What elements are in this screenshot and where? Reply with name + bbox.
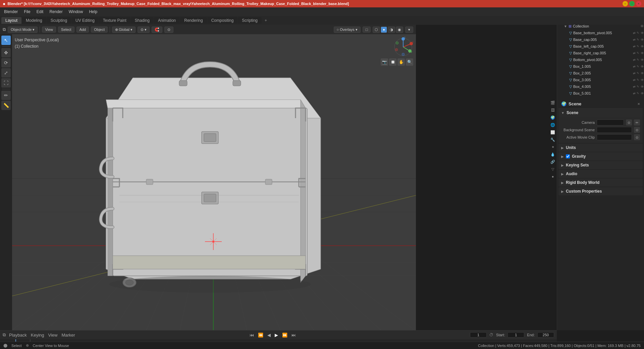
tool-select[interactable]: ↖: [1, 36, 11, 45]
bg-scene-value[interactable]: [597, 127, 632, 133]
modifier-props-icon[interactable]: 🔧: [549, 136, 556, 143]
tab-layout[interactable]: Layout: [1, 17, 21, 24]
scene-props-icon[interactable]: 🌍: [549, 114, 556, 121]
vis-4[interactable]: ⇄ ✎: [633, 58, 639, 61]
outliner-item-4[interactable]: ▽ Bottom_pivot.005 ⇄ ✎ 👁: [557, 56, 644, 63]
menu-blender[interactable]: Blender: [1, 9, 20, 15]
solid-shading[interactable]: ●: [381, 27, 387, 33]
vis-9[interactable]: ⇄ ✎: [633, 92, 639, 95]
select-menu[interactable]: Select: [58, 27, 74, 33]
tool-scale[interactable]: ⤢: [1, 68, 11, 78]
gravity-section-header[interactable]: ▶ Gravity: [558, 152, 643, 160]
add-workspace-button[interactable]: +: [262, 17, 270, 24]
transform-selector[interactable]: ⊕ Global ▾: [112, 27, 136, 33]
tab-shading[interactable]: Shading: [131, 17, 154, 24]
tab-animation[interactable]: Animation: [154, 17, 180, 24]
start-frame-input[interactable]: [507, 332, 524, 338]
vis-5[interactable]: ⇄ ✎: [633, 65, 639, 68]
move-view-icon[interactable]: ✋: [397, 58, 405, 66]
close-props-icon[interactable]: ×: [637, 101, 640, 106]
audio-section-header[interactable]: ▶ Audio: [558, 170, 643, 178]
tab-uv-editing[interactable]: UV Editing: [71, 17, 99, 24]
material-shading[interactable]: ◑: [388, 27, 395, 33]
eye-7[interactable]: 👁: [641, 78, 644, 82]
tab-rendering[interactable]: Rendering: [180, 17, 207, 24]
eye-3[interactable]: 👁: [641, 51, 644, 55]
units-section-header[interactable]: ▶ Units: [558, 144, 643, 152]
keying-sets-header[interactable]: ▶ Keying Sets: [558, 161, 643, 169]
view-menu[interactable]: View: [42, 27, 56, 33]
wireframe-shading[interactable]: ⬡: [373, 27, 380, 33]
output-props-icon[interactable]: 🖼: [549, 107, 556, 113]
camera-picker[interactable]: ⊙: [626, 119, 632, 126]
jump-end-button[interactable]: ⏭: [291, 332, 297, 338]
eye-1[interactable]: 👁: [641, 38, 644, 42]
prev-keyframe-button[interactable]: ⏪: [257, 332, 264, 338]
marker-menu[interactable]: Marker: [61, 332, 75, 338]
physics-props-icon[interactable]: 💧: [549, 151, 556, 158]
play-button[interactable]: ▶: [274, 332, 279, 338]
navigation-gizmo[interactable]: X Y Z: [393, 37, 413, 57]
eye-2[interactable]: 👁: [641, 45, 644, 48]
movie-clip-value[interactable]: [597, 134, 632, 140]
outliner-item-6[interactable]: ▽ Box_2.005 ⇄ ✎ 👁: [557, 70, 644, 77]
tab-modeling[interactable]: Modeling: [22, 17, 46, 24]
mode-selector[interactable]: Object Mode ▾: [8, 27, 38, 33]
tab-texture-paint[interactable]: Texture Paint: [99, 17, 130, 24]
outliner-item-5[interactable]: ▽ Box_1.005 ⇄ ✎ 👁: [557, 63, 644, 70]
vis-1[interactable]: ⇄ ✎: [633, 38, 639, 41]
menu-edit[interactable]: Edit: [34, 9, 46, 15]
xray-button[interactable]: □: [363, 27, 371, 33]
menu-file[interactable]: File: [21, 9, 33, 15]
vis-6[interactable]: ⇄ ✎: [633, 71, 639, 75]
tool-rotate[interactable]: ⟳: [1, 58, 11, 67]
outliner-item-9[interactable]: ▽ Box_5.001 ⇄ ✎ 👁: [557, 90, 644, 97]
material-props-icon[interactable]: ●: [549, 173, 556, 180]
jump-start-button[interactable]: ⏮: [249, 332, 255, 338]
vis-0[interactable]: ⇄ ✎: [633, 31, 639, 35]
particles-props-icon[interactable]: ✦: [549, 144, 556, 150]
object-props-icon[interactable]: ⬜: [549, 129, 556, 136]
render-region-icon[interactable]: 🔲: [389, 58, 396, 66]
end-frame-input[interactable]: [537, 332, 554, 338]
add-menu[interactable]: Add: [76, 27, 89, 33]
keying-menu[interactable]: Keying: [30, 332, 45, 338]
camera-value[interactable]: [597, 119, 624, 126]
proportional-edit[interactable]: ⊙: [164, 27, 173, 33]
play-reverse-button[interactable]: ◀: [267, 332, 271, 338]
outliner-item-7[interactable]: ▽ Box_3.005 ⇄ ✎ 👁: [557, 77, 644, 83]
menu-render[interactable]: Render: [47, 9, 65, 15]
constraints-props-icon[interactable]: 🔗: [549, 158, 556, 165]
eye-8[interactable]: 👁: [641, 85, 644, 89]
close-button[interactable]: ×: [636, 1, 641, 6]
vis-3[interactable]: ⇄ ✎: [633, 51, 639, 55]
camera-view-icon[interactable]: 📷: [381, 58, 388, 66]
zoom-icon[interactable]: 🔍: [406, 58, 413, 66]
outliner-item-2[interactable]: ▽ Base_left_cap.005 ⇄ ✎ 👁: [557, 43, 644, 50]
overlay-button[interactable]: ○ Overlays ▾: [334, 27, 361, 33]
rigid-body-header[interactable]: ▶ Rigid Body World: [558, 179, 643, 187]
playback-menu[interactable]: Playback: [8, 332, 28, 338]
vis-8[interactable]: ⇄ ✎: [633, 85, 639, 88]
maximize-button[interactable]: □: [629, 1, 635, 6]
outliner-item-1[interactable]: ▽ Base_cap.005 ⇄ ✎ 👁: [557, 36, 644, 43]
minimize-button[interactable]: −: [623, 1, 628, 6]
menu-window[interactable]: Window: [66, 9, 86, 15]
gravity-checkbox[interactable]: [566, 154, 570, 158]
tool-transform[interactable]: ⛶: [1, 78, 11, 88]
tab-sculpting[interactable]: Sculpting: [47, 17, 71, 24]
render-props-icon[interactable]: 🎬: [549, 99, 556, 106]
tool-annotate[interactable]: ✏: [1, 91, 11, 100]
object-menu[interactable]: Object: [91, 27, 108, 33]
eye-0[interactable]: 👁: [641, 31, 644, 35]
next-keyframe-button[interactable]: ⏩: [281, 332, 288, 338]
pivot-selector[interactable]: ⊙ ▾: [138, 27, 150, 33]
camera-edit[interactable]: ✏: [634, 119, 640, 126]
tab-compositing[interactable]: Compositing: [207, 17, 238, 24]
shading-options[interactable]: ▾: [405, 27, 413, 33]
outliner-item-0[interactable]: ▽ Base_bottom_pivot.005 ⇄ ✎ 👁: [557, 30, 644, 36]
vis-2[interactable]: ⇄ ✎: [633, 45, 639, 48]
custom-props-header[interactable]: ▶ Custom Properties: [558, 187, 643, 195]
world-props-icon[interactable]: 🌐: [549, 121, 556, 128]
eye-5[interactable]: 👁: [641, 65, 644, 68]
